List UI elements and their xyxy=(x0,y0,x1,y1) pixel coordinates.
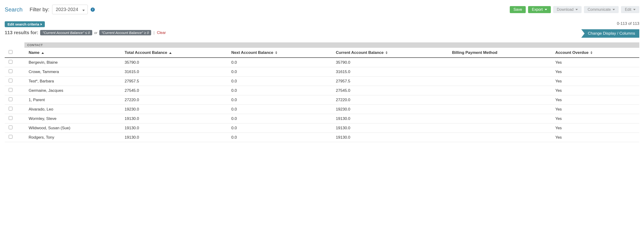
criteria-left: Edit search criteria 113 results for: "C… xyxy=(5,21,166,35)
cell-next: 0.0 xyxy=(228,95,333,105)
select-all-checkbox[interactable] xyxy=(9,50,12,54)
spacer-cell xyxy=(16,123,26,133)
cell-overdue: Yes xyxy=(552,95,639,105)
spacer-cell xyxy=(16,58,26,67)
table-row[interactable]: Wormley, Steve19130.00.019130.0Yes xyxy=(5,114,639,123)
row-checkbox[interactable] xyxy=(9,60,12,64)
col-next[interactable]: Next Account Balance xyxy=(228,48,333,58)
col-current-label: Current Account Balance xyxy=(336,50,384,55)
row-checkbox[interactable] xyxy=(9,116,12,120)
table-row[interactable]: Rodgers, Tony19130.00.019130.0Yes xyxy=(5,133,639,142)
cell-total: 27220.0 xyxy=(122,95,228,105)
col-overdue-label: Account Overdue xyxy=(555,50,588,55)
cell-method xyxy=(449,105,552,114)
cell-overdue: Yes xyxy=(552,77,639,86)
filter-label: Filter by: xyxy=(30,6,49,13)
cell-method xyxy=(449,58,552,67)
cell-method xyxy=(449,67,552,77)
cell-total: 31615.0 xyxy=(122,67,228,77)
cell-method xyxy=(449,77,552,86)
criteria-pill-2[interactable]: "Current Account Balance" ≥ 0 xyxy=(99,30,152,35)
cell-overdue: Yes xyxy=(552,114,639,123)
table-container: CONTACT Name Total Account Balance Next … xyxy=(5,42,639,142)
communicate-button[interactable]: Communicate xyxy=(584,6,619,13)
table-row[interactable]: Test*, Barbara27957.50.027957.5Yes xyxy=(5,77,639,86)
cell-overdue: Yes xyxy=(552,67,639,77)
col-method[interactable]: Billing Payment Method xyxy=(449,48,552,58)
cell-current: 27220.0 xyxy=(333,95,449,105)
range-text: 0-113 of 113 xyxy=(617,21,639,26)
row-checkbox[interactable] xyxy=(9,79,12,82)
col-name-label: Name xyxy=(29,50,40,55)
table-header-row: Name Total Account Balance Next Account … xyxy=(5,48,639,58)
edit-search-criteria-button[interactable]: Edit search criteria xyxy=(5,21,45,27)
table-row[interactable]: Bergevin, Blaine35790.00.035790.0Yes xyxy=(5,58,639,67)
table-row[interactable]: 1, Parent27220.00.027220.0Yes xyxy=(5,95,639,105)
sort-both-icon xyxy=(590,51,592,54)
table-row[interactable]: Crowe, Tammera31615.00.031615.0Yes xyxy=(5,67,639,77)
criteria-right: 0-113 of 113 Change Display / Columns xyxy=(581,21,639,38)
cell-method xyxy=(449,95,552,105)
col-overdue[interactable]: Account Overdue xyxy=(552,48,639,58)
row-checkbox[interactable] xyxy=(9,88,12,92)
row-checkbox-cell xyxy=(5,105,16,114)
filter-group: Filter by: 2023-2024 i xyxy=(30,5,95,14)
col-total[interactable]: Total Account Balance xyxy=(122,48,228,58)
edit-button[interactable]: Edit xyxy=(621,6,639,13)
clear-link[interactable]: Clear xyxy=(157,31,166,35)
download-button[interactable]: Download xyxy=(553,6,582,13)
row-checkbox[interactable] xyxy=(9,125,12,129)
top-left-group: Search Filter by: 2023-2024 i xyxy=(5,5,95,14)
table-row[interactable]: Wildwood, Susan (Sue)19130.00.019130.0Ye… xyxy=(5,123,639,133)
criteria-bar: Edit search criteria 113 results for: "C… xyxy=(5,21,639,38)
cell-method xyxy=(449,86,552,95)
chevron-down-icon xyxy=(82,7,85,12)
results-table: Name Total Account Balance Next Account … xyxy=(5,48,639,142)
chevron-down-icon xyxy=(612,9,615,10)
row-checkbox-cell xyxy=(5,58,16,67)
cell-overdue: Yes xyxy=(552,105,639,114)
spacer-cell xyxy=(16,105,26,114)
chevron-down-icon xyxy=(576,9,578,10)
edit-criteria-label: Edit search criteria xyxy=(8,22,39,26)
cell-next: 0.0 xyxy=(228,105,333,114)
cell-name: Crowe, Tammera xyxy=(26,67,122,77)
sort-both-icon xyxy=(275,51,277,54)
cell-method xyxy=(449,114,552,123)
row-checkbox[interactable] xyxy=(9,107,12,111)
spacer-cell xyxy=(16,77,26,86)
row-checkbox-cell xyxy=(5,133,16,142)
change-display-button[interactable]: Change Display / Columns xyxy=(581,29,639,38)
row-checkbox[interactable] xyxy=(9,97,12,101)
cell-current: 19130.0 xyxy=(333,133,449,142)
sort-both-icon xyxy=(386,51,388,54)
cell-current: 31615.0 xyxy=(333,67,449,77)
table-row[interactable]: Germaine, Jacques27545.00.027545.0Yes xyxy=(5,86,639,95)
cell-total: 19130.0 xyxy=(122,114,228,123)
info-icon[interactable]: i xyxy=(90,7,95,12)
cell-total: 27545.0 xyxy=(122,86,228,95)
cell-name: Wormley, Steve xyxy=(26,114,122,123)
cell-current: 27957.5 xyxy=(333,77,449,86)
cell-total: 19130.0 xyxy=(122,123,228,133)
search-link[interactable]: Search xyxy=(5,6,22,13)
cell-overdue: Yes xyxy=(552,58,639,67)
col-method-label: Billing Payment Method xyxy=(452,50,497,55)
row-checkbox[interactable] xyxy=(9,69,12,73)
cell-current: 27545.0 xyxy=(333,86,449,95)
table-row[interactable]: Alvarado, Leo19230.00.019230.0Yes xyxy=(5,105,639,114)
spacer-cell xyxy=(16,133,26,142)
cell-current: 35790.0 xyxy=(333,58,449,67)
row-checkbox[interactable] xyxy=(9,135,12,139)
cell-next: 0.0 xyxy=(228,114,333,123)
cell-next: 0.0 xyxy=(228,133,333,142)
sort-asc-icon xyxy=(42,52,44,54)
cell-method xyxy=(449,123,552,133)
export-button[interactable]: Export xyxy=(528,6,550,13)
col-total-label: Total Account Balance xyxy=(124,50,167,55)
filter-select[interactable]: 2023-2024 xyxy=(52,5,88,14)
save-button[interactable]: Save xyxy=(510,6,526,13)
col-name[interactable]: Name xyxy=(26,48,122,58)
col-current[interactable]: Current Account Balance xyxy=(333,48,449,58)
criteria-pill-1[interactable]: "Current Account Balance" ≤ 0 xyxy=(40,30,92,35)
